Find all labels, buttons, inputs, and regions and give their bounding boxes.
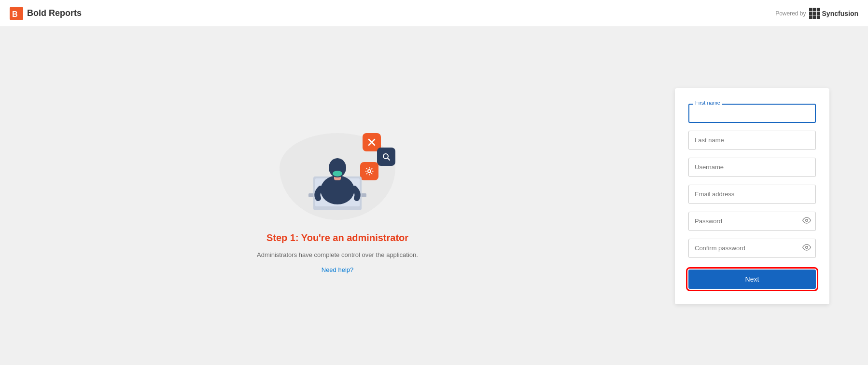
first-name-input[interactable] bbox=[688, 104, 816, 123]
last-name-input[interactable] bbox=[688, 131, 816, 150]
illustration-container bbox=[270, 119, 405, 225]
syncfusion-text: Syncfusion bbox=[822, 10, 858, 17]
confirm-password-group bbox=[688, 239, 816, 258]
first-name-group: First name bbox=[688, 104, 816, 123]
username-group bbox=[688, 158, 816, 177]
illustration-area: Step 1: You're an administrator Administ… bbox=[257, 119, 418, 273]
header: B Bold Reports Powered by Syncfusion bbox=[0, 0, 868, 27]
username-input[interactable] bbox=[688, 158, 816, 177]
confirm-password-eye-icon[interactable] bbox=[802, 243, 811, 254]
last-name-group bbox=[688, 131, 816, 150]
svg-point-14 bbox=[806, 219, 808, 221]
confirm-password-input[interactable] bbox=[688, 239, 816, 258]
email-input[interactable] bbox=[688, 185, 816, 204]
left-panel: Step 1: You're an administrator Administ… bbox=[0, 27, 675, 365]
bold-reports-logo-icon: B bbox=[10, 7, 23, 20]
need-help-link[interactable]: Need help? bbox=[322, 266, 354, 273]
svg-line-5 bbox=[388, 158, 390, 160]
email-group bbox=[688, 185, 816, 204]
svg-point-15 bbox=[806, 246, 808, 248]
person-illustration bbox=[294, 138, 381, 220]
logo-area: B Bold Reports bbox=[10, 7, 82, 20]
password-group bbox=[688, 212, 816, 231]
powered-by-area: Powered by Syncfusion bbox=[775, 8, 858, 19]
svg-text:B: B bbox=[12, 10, 18, 18]
logo-text: Bold Reports bbox=[27, 8, 82, 18]
first-name-label: First name bbox=[693, 100, 722, 106]
step-title: Step 1: You're an administrator bbox=[266, 232, 408, 243]
main-content: Step 1: You're an administrator Administ… bbox=[0, 27, 868, 365]
syncfusion-grid-icon bbox=[809, 8, 820, 19]
step-description: Administrators have complete control ove… bbox=[257, 251, 418, 258]
next-button[interactable]: Next bbox=[688, 270, 816, 289]
svg-point-13 bbox=[333, 171, 342, 176]
powered-by-text: Powered by bbox=[775, 10, 806, 17]
password-input[interactable] bbox=[688, 212, 816, 231]
password-eye-icon[interactable] bbox=[802, 216, 811, 227]
form-card: First name bbox=[675, 88, 829, 304]
syncfusion-logo: Syncfusion bbox=[809, 8, 858, 19]
right-panel: First name bbox=[675, 27, 868, 365]
